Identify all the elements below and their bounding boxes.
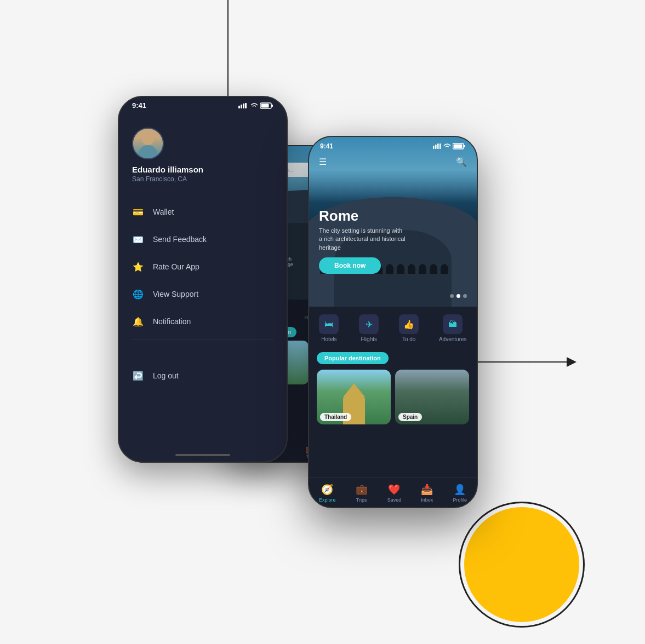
todo-label: To do	[402, 336, 415, 342]
hero-city: Rome	[319, 208, 407, 225]
svg-rect-3	[245, 103, 247, 108]
svg-rect-5	[271, 105, 273, 107]
spain-label: Spain	[398, 413, 422, 421]
hotels-icon: 🛏	[319, 314, 339, 334]
popular-badge: Popular destination	[317, 352, 389, 364]
menu-label-wallet: Wallet	[153, 208, 174, 216]
phone3-time: 9:41	[320, 142, 333, 150]
todo-icon: 👍	[399, 314, 419, 334]
nav-trips[interactable]: 💼 Trips	[356, 484, 368, 503]
flights-icon: ✈	[359, 314, 379, 334]
bell-icon: 🔔	[132, 315, 144, 327]
popular-section: Popular destination Thailand Spain	[309, 348, 477, 429]
menu-item-send-feedback[interactable]: ✉️ Send Feedback	[132, 226, 273, 253]
vertical-connector-line	[227, 0, 229, 101]
phone3-status-bar: 9:41	[309, 137, 477, 150]
svg-rect-17	[439, 143, 441, 149]
signal-icon	[238, 103, 248, 108]
trips-nav-icon: 💼	[356, 484, 368, 496]
svg-rect-6	[261, 104, 269, 107]
nav-profile[interactable]: 👤 Profile	[453, 484, 467, 503]
saved-nav-icon: ❤️	[388, 484, 400, 496]
star-icon: ⭐	[132, 261, 144, 273]
nav-saved[interactable]: ❤️ Saved	[387, 484, 402, 503]
phone3-wifi-icon	[443, 143, 451, 150]
phone3-main: 9:41 ☰ 🔍 Rome The city setting is stunni…	[308, 136, 478, 508]
feedback-icon: ✉️	[132, 233, 144, 245]
cat-todo[interactable]: 👍 To do	[399, 314, 419, 342]
user-location: San Francisco, CA	[132, 175, 187, 183]
dest-card-thailand[interactable]: Thailand	[317, 370, 391, 424]
book-now-button[interactable]: Book now	[319, 257, 381, 274]
logout-item[interactable]: ↩️ Log out	[132, 362, 273, 389]
menu-item-rate-app[interactable]: ⭐ Rate Our App	[132, 253, 273, 280]
inbox-nav-icon: 📥	[421, 484, 433, 496]
hero-dot-3	[463, 294, 467, 298]
phone1-menu: 9:41 Eduardo illiamson San Francisco, CA…	[118, 96, 288, 463]
phone1-status-icons	[238, 102, 273, 109]
wifi-icon	[250, 102, 258, 109]
svg-rect-16	[437, 143, 439, 149]
cat-flights[interactable]: ✈ Flights	[359, 314, 379, 342]
svg-rect-0	[238, 106, 240, 108]
colosseum-window	[419, 264, 426, 274]
wallet-icon: 💳	[132, 206, 144, 218]
phone1-home-bar	[175, 454, 230, 456]
svg-rect-14	[433, 146, 435, 149]
user-name: Eduardo illiamson	[132, 165, 203, 174]
phone3-signal-icon	[433, 143, 442, 149]
svg-rect-2	[243, 104, 244, 108]
phone1-time: 9:41	[132, 101, 146, 110]
menu-item-view-support[interactable]: 🌐 View Support	[132, 280, 273, 308]
colosseum-window	[441, 264, 448, 274]
svg-rect-19	[464, 145, 465, 147]
nav-explore[interactable]: 🧭 Explore	[319, 484, 336, 503]
svg-rect-15	[435, 145, 437, 149]
inbox-nav-label: Inbox	[421, 497, 433, 503]
flights-label: Flights	[361, 336, 377, 342]
phone3-battery-icon	[453, 143, 466, 150]
hamburger-icon[interactable]: ☰	[319, 157, 327, 167]
explore-nav-icon: 🧭	[321, 484, 333, 496]
saved-nav-label: Saved	[387, 497, 402, 503]
menu-divider	[132, 340, 273, 340]
phone3-categories: 🛏 Hotels ✈ Flights 👍 To do 🏔 Adventures	[309, 307, 477, 348]
cat-adventures[interactable]: 🏔 Adventures	[439, 314, 467, 342]
hero-dot-1	[450, 294, 454, 298]
adventures-label: Adventures	[439, 336, 467, 342]
nav-inbox[interactable]: 📥 Inbox	[421, 484, 433, 503]
hero-desc: The city setting is stunning with a rich…	[319, 227, 407, 252]
menu-item-wallet[interactable]: 💳 Wallet	[132, 198, 273, 226]
trips-nav-label: Trips	[356, 497, 367, 503]
user-profile-section: Eduardo illiamson San Francisco, CA	[132, 128, 273, 183]
colosseum-window	[430, 264, 437, 274]
explore-nav-label: Explore	[319, 497, 336, 503]
phone1-status-bar: 9:41	[119, 97, 287, 110]
support-icon: 🌐	[132, 288, 144, 300]
adventures-icon: 🏔	[443, 314, 463, 334]
phone3-topbar: ☰ 🔍	[309, 152, 477, 171]
logout-label: Log out	[153, 371, 179, 380]
orange-circle-decoration	[464, 507, 579, 622]
menu-list: 💳 Wallet ✉️ Send Feedback ⭐ Rate Our App…	[132, 198, 273, 335]
dest-card-spain[interactable]: Spain	[395, 370, 469, 424]
avatar	[132, 128, 164, 159]
hotels-label: Hotels	[321, 336, 336, 342]
thailand-label: Thailand	[320, 413, 351, 421]
menu-label-notification: Notification	[153, 317, 191, 326]
colosseum-window	[408, 264, 415, 274]
menu-item-notification[interactable]: 🔔 Notification	[132, 308, 273, 335]
cat-hotels[interactable]: 🛏 Hotels	[319, 314, 339, 342]
phone3-hero: 9:41 ☰ 🔍 Rome The city setting is stunni…	[309, 137, 477, 307]
hero-text-section: Rome The city setting is stunning with a…	[319, 208, 407, 274]
profile-nav-label: Profile	[453, 497, 467, 503]
phone1-content: Eduardo illiamson San Francisco, CA 💳 Wa…	[119, 117, 287, 400]
menu-label-rate-app: Rate Our App	[153, 262, 199, 271]
phone3-status-icons	[433, 143, 466, 150]
profile-nav-icon: 👤	[454, 484, 466, 496]
svg-rect-1	[241, 105, 242, 108]
phone3-search-icon[interactable]: 🔍	[456, 157, 467, 167]
battery-icon	[260, 102, 273, 109]
avatar-image	[133, 129, 163, 158]
menu-label-view-support: View Support	[153, 290, 198, 298]
